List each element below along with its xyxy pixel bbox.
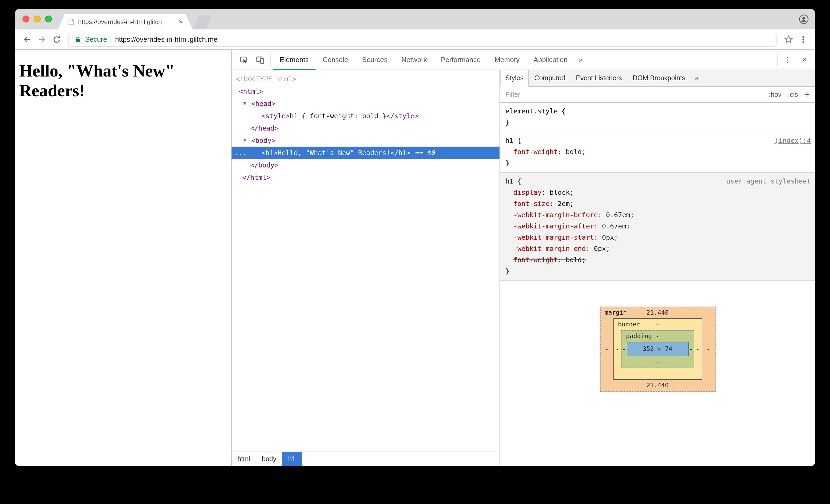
css-property[interactable]: font-weight: bold; bbox=[505, 146, 810, 157]
devtools-tab-performance[interactable]: Performance bbox=[434, 50, 488, 70]
margin-bottom-value: 21.440 bbox=[600, 380, 715, 391]
css-property: -webkit-margin-after: 0.67em; bbox=[505, 220, 810, 232]
tab-close-icon[interactable]: × bbox=[179, 18, 183, 25]
devtools-tab-sources[interactable]: Sources bbox=[355, 50, 394, 70]
devtools-toolbar: Elements Console Sources Network Perform… bbox=[231, 50, 815, 70]
disclosure-triangle-icon[interactable]: ▼ bbox=[243, 97, 251, 110]
devtools-main: <!DOCTYPE html> <html> ▼<head> <style>h1… bbox=[231, 70, 815, 466]
rule-selector[interactable]: element.style bbox=[505, 107, 558, 115]
style-section-user-agent: user agent stylesheet h1{ display: block… bbox=[500, 173, 815, 281]
devtools-tab-network[interactable]: Network bbox=[394, 50, 434, 70]
margin-label: margin bbox=[605, 307, 627, 318]
rule-selector: h1 bbox=[505, 177, 513, 185]
browser-window: https://overrides-in-html.glitch × bbox=[15, 9, 815, 466]
profile-icon[interactable] bbox=[799, 14, 808, 24]
page-heading: Hello, "What's New" Readers! bbox=[19, 61, 225, 101]
stylesheet-source-link[interactable]: (index):4 bbox=[775, 135, 811, 146]
styles-filter-row: Filter :hov .cls + bbox=[500, 87, 815, 103]
tree-row-body-close[interactable]: </body> bbox=[231, 159, 500, 171]
breadcrumb-h1[interactable]: h1 bbox=[282, 452, 301, 466]
margin-left-value: - bbox=[600, 344, 613, 355]
hover-state-button[interactable]: :hov bbox=[769, 91, 781, 98]
close-window-button[interactable] bbox=[23, 15, 29, 23]
css-property: -webkit-margin-before: 0.67em; bbox=[505, 209, 810, 220]
inspect-element-icon[interactable] bbox=[236, 50, 252, 70]
rule-selector[interactable]: h1 bbox=[505, 136, 513, 145]
tree-row-body[interactable]: ▼<body> bbox=[231, 134, 500, 147]
padding-left-value: - bbox=[622, 344, 627, 355]
page-content: Hello, "What's New" Readers! bbox=[15, 50, 231, 466]
css-property: -webkit-margin-start: 0px; bbox=[505, 232, 810, 243]
tree-row-style[interactable]: <style>h1 { font-weight: bold }</style> bbox=[231, 110, 500, 122]
css-property: font-size: 2em; bbox=[505, 198, 810, 209]
border-left-value: - bbox=[614, 344, 621, 355]
traffic-lights bbox=[23, 15, 52, 23]
styles-sidebar: Styles Computed Event Listeners DOM Brea… bbox=[500, 70, 815, 466]
element-classes-button[interactable]: .cls bbox=[788, 91, 798, 98]
breadcrumb-body[interactable]: body bbox=[256, 452, 282, 466]
browser-menu-icon[interactable] bbox=[796, 32, 811, 47]
content-size-value: 352 × 74 bbox=[643, 344, 672, 355]
padding-bottom-value: - bbox=[622, 356, 693, 368]
dollar-zero-hint: == $0 bbox=[411, 149, 435, 157]
box-model-border: border- - padding- - bbox=[613, 318, 702, 380]
tree-row-html-close[interactable]: </html> bbox=[231, 171, 500, 184]
padding-right-value: - bbox=[689, 344, 693, 355]
toolbar-separator bbox=[777, 54, 777, 66]
new-style-rule-button[interactable]: + bbox=[804, 90, 810, 99]
css-property-overridden: font-weight: bold; bbox=[505, 254, 810, 265]
tree-row-doctype[interactable]: <!DOCTYPE html> bbox=[231, 73, 500, 85]
style-section-element[interactable]: element.style{ } bbox=[500, 103, 815, 132]
devtools-close-icon[interactable]: × bbox=[796, 54, 813, 65]
toolbar-separator bbox=[270, 54, 270, 66]
minimize-window-button[interactable] bbox=[34, 15, 41, 23]
lock-icon bbox=[74, 36, 81, 43]
tab-title: https://overrides-in-html.glitch bbox=[78, 18, 175, 25]
devtools-tab-console[interactable]: Console bbox=[316, 50, 355, 70]
tree-row-head[interactable]: ▼<head> bbox=[231, 97, 500, 110]
tree-row-h1-selected[interactable]: ...<h1>Hello, "What's New" Readers!</h1>… bbox=[231, 147, 500, 159]
sidebar-tab-event-listeners[interactable]: Event Listeners bbox=[570, 70, 627, 86]
url-separator bbox=[111, 36, 111, 43]
bookmark-star-icon[interactable] bbox=[781, 32, 796, 47]
style-section-inline[interactable]: (index):4 h1{ font-weight: bold; } bbox=[500, 132, 815, 173]
box-model-padding: padding- - 352 × 74 - - bbox=[621, 330, 694, 368]
margin-right-value: - bbox=[702, 344, 715, 355]
border-bottom-value: - bbox=[614, 368, 701, 379]
border-right-value: - bbox=[694, 344, 701, 355]
padding-label: padding bbox=[626, 330, 652, 342]
sidebar-tab-styles[interactable]: Styles bbox=[500, 70, 529, 86]
styles-pane: element.style{ } (index):4 h1{ font-weig… bbox=[500, 103, 815, 466]
back-button[interactable] bbox=[19, 32, 34, 47]
device-toolbar-icon[interactable] bbox=[252, 50, 268, 70]
border-top-value: - bbox=[656, 320, 660, 328]
secure-label: Secure bbox=[85, 35, 107, 43]
window-content: Hello, "What's New" Readers! bbox=[15, 50, 815, 466]
devtools-toolbar-right: ⋮ × bbox=[775, 50, 815, 70]
forward-button[interactable] bbox=[34, 32, 49, 47]
devtools-tab-application[interactable]: Application bbox=[526, 50, 574, 70]
tree-row-head-close[interactable]: </head> bbox=[231, 122, 500, 134]
new-tab-button[interactable] bbox=[193, 15, 211, 29]
zoom-window-button[interactable] bbox=[45, 15, 52, 23]
sidebar-tab-computed[interactable]: Computed bbox=[529, 70, 570, 86]
address-bar[interactable]: Secure https://overrides-in-html.glitch.… bbox=[68, 32, 776, 46]
reload-button[interactable] bbox=[49, 32, 64, 47]
disclosure-triangle-icon[interactable]: ▼ bbox=[243, 134, 251, 147]
devtools: Elements Console Sources Network Perform… bbox=[231, 50, 815, 466]
css-property: -webkit-margin-end: 0px; bbox=[505, 243, 810, 254]
devtools-menu-icon[interactable]: ⋮ bbox=[780, 50, 796, 70]
sidebar-tab-dom-breakpoints[interactable]: DOM Breakpoints bbox=[627, 70, 691, 86]
tree-row-html[interactable]: <html> bbox=[231, 85, 500, 97]
elements-tree: <!DOCTYPE html> <html> ▼<head> <style>h1… bbox=[231, 70, 500, 451]
breadcrumb-html[interactable]: html bbox=[231, 452, 256, 466]
sidebar-more-chevron[interactable]: » bbox=[691, 70, 703, 86]
border-label: border bbox=[618, 319, 640, 330]
breadcrumb-bar: html body h1 bbox=[231, 451, 500, 466]
overflow-ellipsis[interactable]: ... bbox=[234, 147, 246, 159]
devtools-tab-memory[interactable]: Memory bbox=[487, 50, 526, 70]
filter-input[interactable]: Filter bbox=[505, 91, 762, 98]
devtools-tab-elements[interactable]: Elements bbox=[273, 50, 316, 70]
browser-tab[interactable]: https://overrides-in-html.glitch × bbox=[58, 14, 193, 29]
more-tabs-chevron[interactable]: » bbox=[575, 50, 587, 69]
